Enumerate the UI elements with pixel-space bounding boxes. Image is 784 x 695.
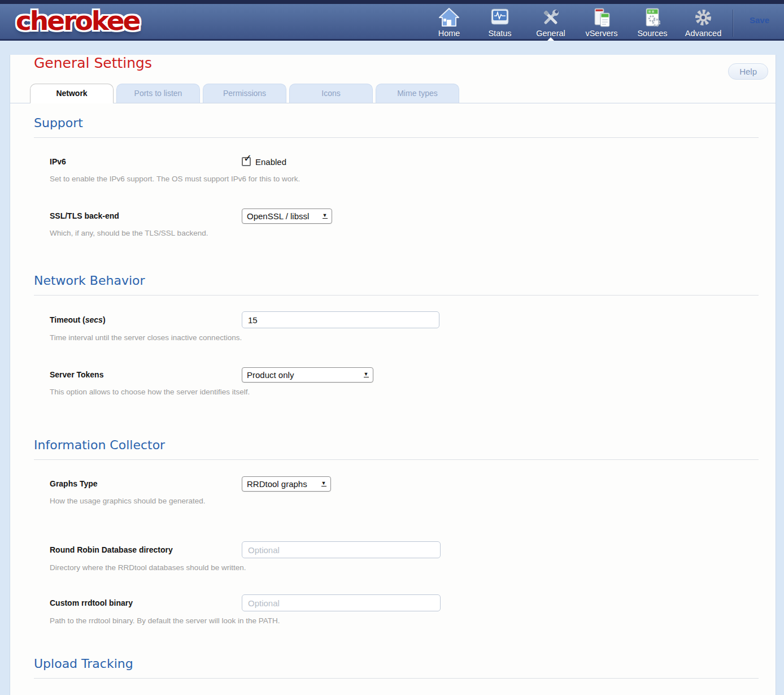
chevron-down-icon: ▼ [318,481,329,486]
section-support: Support IPv6 ✓ Enabled Set to enable the… [10,116,776,237]
nav-label: Home [424,29,474,38]
nav-item-vservers[interactable]: vServers [576,6,627,39]
field-description: Path to the rrdtool binary. By default t… [50,616,759,625]
content-area: Help General Settings Network Ports to l… [10,55,776,695]
tab-permissions[interactable]: Permissions [203,84,286,103]
field-description: Which, if any, should be the TLS/SSL bac… [50,229,759,237]
field-description: How the usage graphics should be generat… [50,497,759,505]
field-description: Set to enable the IPv6 support. The OS m… [50,175,759,183]
field-description: Time interval until the server closes in… [50,333,759,342]
status-icon [474,6,525,28]
rrdtool-binary-input[interactable] [242,594,441,611]
field-label: SSL/TLS back-end [50,211,242,220]
select-value: OpenSSL / libssl [242,211,319,221]
field-label: Graphs Type [50,479,242,488]
active-section-caret [547,37,554,41]
select-value: Product only [242,370,360,380]
section-network-behavior: Network Behavior Timeout (secs) Time int… [10,273,776,396]
app-header: cherokee Home [0,0,784,41]
section-title: Information Collector [34,438,759,460]
server-tokens-select[interactable]: Product only ▼ [242,367,373,383]
general-icon [525,6,576,28]
nav-label: Advanced [678,29,729,38]
field-rrd-directory: Round Robin Database directory Directory… [50,541,759,572]
field-rrdtool-binary: Custom rrdtool binary Path to the rrdtoo… [50,594,759,625]
tab-bar: Network Ports to listen Permissions Icon… [10,84,776,103]
nav-item-home[interactable]: Home [424,6,474,39]
field-label: Timeout (secs) [50,315,242,324]
advanced-icon [678,6,729,28]
vservers-icon [576,6,627,28]
field-graphs-type: Graphs Type RRDtool graphs ▼ How the usa… [50,476,759,505]
checkmark-icon: ✓ [243,153,252,163]
select-value: RRDtool graphs [242,479,318,489]
sources-icon [627,6,678,28]
nav-item-advanced[interactable]: Advanced [678,6,729,39]
chevron-down-icon: ▼ [360,372,372,377]
field-label: Custom rrdtool binary [50,598,242,607]
field-label: Round Robin Database directory [50,545,242,554]
nav-divider [733,10,733,37]
nav-item-status[interactable]: Status [474,6,525,39]
field-description: This option allows to choose how the ser… [50,388,759,396]
field-server-tokens: Server Tokens Product only ▼ This option… [50,367,759,396]
field-ipv6: IPv6 ✓ Enabled Set to enable the IPv6 su… [50,154,759,183]
field-description: Directory where the RRDtool databases sh… [50,563,759,572]
ipv6-enabled-checkbox[interactable]: ✓ [242,157,251,166]
field-timeout: Timeout (secs) Time interval until the s… [50,311,759,342]
tab-ports-to-listen[interactable]: Ports to listen [116,84,200,103]
ssl-tls-backend-select[interactable]: OpenSSL / libssl ▼ [242,208,332,224]
help-button[interactable]: Help [728,63,768,80]
nav-item-sources[interactable]: Sources [627,6,678,39]
nav-item-general[interactable]: General [525,6,576,39]
timeout-input[interactable] [242,311,439,328]
field-label: IPv6 [50,157,242,166]
page-title: General Settings [34,55,776,71]
section-title: Support [34,116,759,138]
nav-label: Sources [627,29,678,38]
nav-label: Status [474,29,525,38]
field-label: Server Tokens [50,370,242,379]
nav-label: vServers [576,29,627,38]
section-title: Network Behavior [34,273,759,296]
graphs-type-select[interactable]: RRDtool graphs ▼ [242,476,331,492]
field-ssl-tls-backend: SSL/TLS back-end OpenSSL / libssl ▼ Whic… [50,208,759,237]
save-button[interactable]: Save [750,15,769,25]
home-icon [424,6,474,28]
main-nav: Home Status [424,6,729,39]
chevron-down-icon: ▼ [319,213,330,219]
cherokee-logo: cherokee [16,5,139,36]
header-bottom-line [0,39,784,41]
rrd-directory-input[interactable] [242,541,441,558]
checkbox-label: Enabled [255,157,286,167]
section-title: Upload Tracking [34,657,759,679]
header-top-strip [0,0,784,4]
tab-icons[interactable]: Icons [289,84,373,103]
header-bar: cherokee Home [0,4,784,39]
section-information-collector: Information Collector Graphs Type RRDtoo… [10,438,776,625]
tab-network[interactable]: Network [30,84,114,103]
section-upload-tracking: Upload Tracking Upload Tracking Disabled… [10,657,776,695]
nav-label: General [525,29,576,38]
tab-mime-types[interactable]: Mime types [376,84,459,103]
